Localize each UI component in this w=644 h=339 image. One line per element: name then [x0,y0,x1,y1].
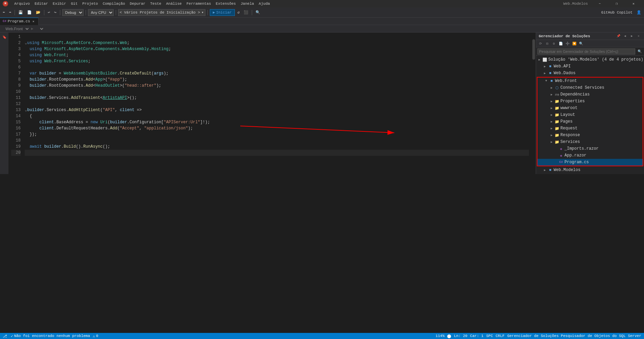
menu-compilacao[interactable]: Compilação [101,1,127,6]
se-label-webfront: Web.Front [555,79,577,83]
bookmark-icon[interactable]: 🔖 [1,34,8,41]
menu-projeto[interactable]: Projeto [80,1,100,6]
se-header: Gerenciador de Soluções 📌 ◀ ▶ ✕ [536,33,644,40]
expand-response-icon: ▶ [550,133,554,137]
menu-extensoes[interactable]: Extensões [214,1,238,6]
toolbar-sep-1 [15,10,15,15]
status-indicator: ⬤ [447,334,451,338]
project-icon-front: ■ [549,78,554,84]
menu-janela[interactable]: Janela [239,1,256,6]
window-controls: − ❐ ✕ [592,0,641,7]
menu-ajuda[interactable]: Ajuda [257,1,272,6]
branch-icon: ⎇ [3,334,7,338]
toolbar-undo[interactable]: ↩ [46,9,51,16]
startup-label: < Vários Projetos de Inicialização > [120,10,200,15]
se-item-response[interactable]: ▶ 📁 Response [537,132,643,139]
se-collapse-icon[interactable]: ⊟ [544,41,550,47]
tab-program-cs[interactable]: C# Program.cs ✕ [0,18,39,25]
menu-analise[interactable]: Análise [164,1,184,6]
se-item-connected-services[interactable]: ▶ ⬡ Connected Services [537,84,643,91]
se-item-imports[interactable]: ◈ _Imports.razor [537,145,643,152]
se-show-all-files-icon[interactable]: 📄 [558,41,564,47]
menu-exibir[interactable]: Exibir [51,1,68,6]
tab-close-button[interactable]: ✕ [31,19,36,23]
se-new-solution-icon[interactable]: ➕ [564,41,571,47]
folder-wwwroot-icon: 📁 [554,105,560,111]
nav-member-select[interactable] [35,25,44,32]
se-label-pages: Pages [560,119,573,124]
status-branch[interactable]: ⎇ [3,334,8,338]
se-search-input[interactable] [537,48,635,55]
chevron-down-icon: ▾ [201,10,204,15]
tab-bar: C# Program.cs ✕ [0,18,644,25]
toolbar-back[interactable]: ⬅ [1,9,6,16]
editor-nav-bar: Web.Front ▶ [0,25,644,33]
folder-properties-icon: 📁 [554,99,560,104]
menu-editar[interactable]: Editar [32,1,50,6]
status-spaces: SPC [486,334,493,338]
se-sync-icon[interactable]: ⟳ [537,41,543,47]
se-item-pages[interactable]: ▶ 📁 Pages [537,118,643,125]
restore-button[interactable]: ❐ [609,0,624,7]
se-item-services[interactable]: ▶ 📁 Services [537,139,643,145]
menu-arquivo[interactable]: Arquivo [12,1,32,6]
expand-solution-icon: ▶ [537,58,541,62]
status-zoom: 114% [436,334,444,338]
status-warnings[interactable]: ⚠ 0 [93,334,98,338]
se-search-icon[interactable]: 🔍 [578,41,584,47]
se-props-icon[interactable]: ⚙ [551,41,557,47]
toolbar-new-file[interactable]: 📄 [26,9,33,16]
toolbar-stop[interactable]: ⬛ [242,9,250,16]
se-item-apprazor[interactable]: ◈ App.razor [537,152,643,159]
se-label-solution: Solução 'Web.Modelos' (4 de 4 projetos) [548,57,643,62]
project-icon: ■ [548,64,553,69]
se-pin-icon[interactable]: 📌 [616,34,621,39]
se-search-submit-icon[interactable]: 🔍 [637,48,643,55]
code-editor[interactable]: ⌄using Microsoft.AspNetCore.Components.W… [22,33,532,174]
toolbar-profile[interactable]: 👤 [635,9,643,16]
menu-teste[interactable]: Teste [148,1,163,6]
toolbar-search[interactable]: 🔍 [254,9,262,16]
github-copilot-btn[interactable]: GitHub Copilot [600,9,634,16]
status-errors[interactable]: ✓ Não foi encontrado nenhum problema [11,334,90,338]
toolbar-redo[interactable]: ↪ [53,9,58,16]
toolbar-sep-7 [252,10,252,15]
toolbar-forward[interactable]: ➡ [8,9,13,16]
solution-explorer-panel: Gerenciador de Soluções 📌 ◀ ▶ ✕ ⟳ ⊟ ⚙ 📄 … [536,33,644,174]
se-item-webfront[interactable]: ▼ ■ Web.Front [537,78,643,84]
startup-dropdown[interactable]: < Vários Projetos de Inicialização > ▾ [118,9,205,16]
toolbar-restart[interactable]: ↺ [236,9,241,16]
se-item-webapi[interactable]: ▶ ■ Web.API [536,63,644,70]
window-title: Web.Modelos [563,2,588,6]
se-label-response: Response [560,133,580,137]
se-item-deps[interactable]: ▶ #⊕ Dependências [537,91,643,98]
se-item-properties[interactable]: ▶ 📁 Properties [537,98,643,105]
editor-scrollbar[interactable] [532,33,536,174]
se-item-layout[interactable]: ▶ 📁 Layout [537,111,643,118]
se-item-wwwroot[interactable]: ▶ 📁 wwwroot [537,105,643,111]
minimize-button[interactable]: − [592,0,607,7]
se-item-solution[interactable]: ▶ ⬜ Solução 'Web.Modelos' (4 de 4 projet… [536,56,644,63]
menu-ferramentas[interactable]: Ferramentas [184,1,213,6]
se-filter-icon[interactable]: 🔽 [571,41,577,47]
se-item-webdados[interactable]: ▶ ■ Web.Dados [536,70,644,77]
nav-type-select[interactable]: Web.Front [3,25,30,32]
menu-git[interactable]: Git [69,1,80,6]
start-button[interactable]: ▶ Iniciar [210,9,235,16]
scrollbar-thumb[interactable] [532,39,535,60]
toolbar-sep-4 [86,10,86,15]
platform-select[interactable]: Any CPU [88,9,114,16]
se-arrow-left-icon[interactable]: ◀ [622,34,628,39]
project-icon-modelos: ■ [548,167,553,173]
toolbar-save-all[interactable]: 💾 [17,9,24,16]
se-arrow-right-icon[interactable]: ▶ [629,34,635,39]
close-button[interactable]: ✕ [626,0,641,7]
se-item-webmodelos[interactable]: ▶ ■ Web.Modelos [536,167,644,173]
se-close-icon[interactable]: ✕ [636,34,641,39]
debug-mode-select[interactable]: Debug [62,9,84,16]
se-item-request[interactable]: ▶ 📁 Request [537,125,643,132]
code-container: 1 2 3 4 5 6 7 8 9 10 11 12 13 14 15 16 1… [8,33,536,174]
menu-depurar[interactable]: Depurar [128,1,147,6]
toolbar-open[interactable]: 📂 [35,9,42,16]
se-item-programcs[interactable]: C# Program.cs [537,159,643,166]
